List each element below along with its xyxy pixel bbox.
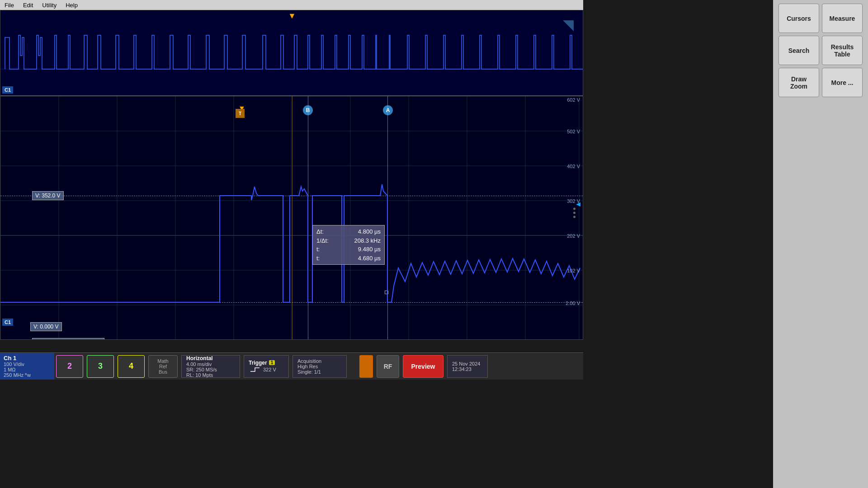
horizontal-title: Horizontal	[186, 355, 235, 361]
rf-button[interactable]: RF	[377, 355, 399, 378]
y-label-602: 602 V	[567, 97, 580, 103]
trigger-title: Trigger	[249, 360, 267, 366]
scope-dots	[573, 208, 576, 218]
date-display: 25 Nov 2024	[452, 361, 483, 366]
y-label-402: 402 V	[567, 164, 580, 169]
ch1-detail1: 100 V/div	[4, 361, 51, 367]
cursor-a-marker[interactable]: A	[383, 105, 393, 115]
horizontal-panel: Horizontal 4.00 ms/div SR: 250 MS/s RL: …	[181, 355, 240, 378]
acquisition-title: Acquisition	[297, 358, 342, 364]
t1-value: 9.480 µs	[358, 245, 381, 254]
cursor-b-vline	[308, 96, 308, 339]
cursor-a-vline	[387, 96, 388, 339]
inv-delta-t-label: 1/Δt:	[316, 236, 329, 245]
delta-t-label: Δt:	[316, 227, 324, 236]
cursor-measurement-box: Δt: 4.800 µs 1/Δt: 208.3 kHz t: 9.480 µs…	[312, 225, 385, 265]
acquisition-detail1: High Res	[297, 364, 342, 369]
scope-area: ▼ C1 Horizontal Zoom Scale: 4.00 µs/div …	[0, 10, 583, 340]
math-ref-bus-button[interactable]: Math Ref Bus	[148, 355, 178, 378]
color-indicator	[359, 355, 373, 378]
trigger-panel: Trigger 1 322 V	[244, 355, 289, 378]
draw-zoom-button[interactable]: Draw Zoom	[778, 68, 819, 97]
acquisition-detail2: Single: 1/1	[297, 369, 342, 375]
y-label-2v: 2.00 V	[566, 300, 580, 306]
t2-value: 4.680 µs	[358, 254, 381, 263]
menu-edit[interactable]: Edit	[23, 2, 33, 9]
grid-svg	[0, 96, 583, 339]
overview-waveform	[0, 10, 583, 95]
ch1-info-panel: Ch 1 100 V/div 1 MΩ 250 MHz ᴿw	[0, 353, 54, 380]
trigger-num: 1	[269, 360, 275, 365]
search-button[interactable]: Search	[778, 36, 819, 65]
datetime-panel: 25 Nov 2024 12:34:23	[447, 355, 488, 378]
cursors-button[interactable]: Cursors	[778, 4, 819, 33]
more-button[interactable]: More ...	[822, 68, 863, 97]
trigger-slope-icon	[249, 366, 261, 373]
zoom-area: ▼ T B A 602 V 502 V 402 V 302 V 202 V 10…	[0, 96, 583, 339]
y-label-202: 202 V	[567, 233, 580, 239]
bottom-bar: Ch 1 100 V/div 1 MΩ 250 MHz ᴿw 2 3 4 Mat…	[0, 352, 583, 380]
cursor-a-square	[385, 291, 388, 294]
dv-value: ΔV: 352.0 V	[35, 339, 101, 340]
time-display: 12:34:23	[452, 366, 483, 372]
results-table-button[interactable]: Results Table	[822, 36, 863, 65]
ch1-zoom-label: C1	[2, 319, 13, 326]
ch1-detail3: 250 MHz ᴿw	[4, 372, 51, 378]
t2-label: t:	[316, 254, 320, 263]
right-sidebar: Cursors Measure Search Results Table Dra…	[773, 0, 868, 488]
horizontal-detail1: 4.00 ms/div	[186, 361, 235, 367]
menu-help[interactable]: Help	[66, 2, 78, 9]
dv-readout: ΔV: 352.0 V ΔV/Δt:	[32, 338, 104, 340]
trigger-voltage: 322 V	[263, 367, 276, 372]
dashed-hline-top	[0, 196, 583, 196]
preview-button[interactable]: Preview	[403, 355, 443, 378]
acquisition-panel: Acquisition High Res Single: 1/1	[292, 355, 347, 378]
delta-t-value: 4.800 µs	[358, 227, 381, 236]
overview-strip: ▼ C1	[0, 10, 583, 96]
v-readout-bottom: V: 0.000 V	[30, 322, 62, 331]
ch3-button[interactable]: 3	[87, 355, 114, 378]
menu-bar: File Edit Utility Help	[0, 0, 583, 10]
zoom-waveform	[0, 96, 583, 339]
menu-file[interactable]: File	[5, 2, 14, 9]
y-label-502: 502 V	[567, 129, 580, 134]
dashed-hline-bottom	[0, 302, 583, 303]
ch1-title: Ch 1	[4, 355, 51, 361]
menu-utility[interactable]: Utility	[42, 2, 57, 9]
inv-delta-t-value: 208.3 kHz	[354, 236, 381, 245]
horizontal-detail3: RL: 10 Mpts	[186, 372, 235, 378]
trigger-t-box: T	[236, 109, 245, 118]
horizontal-detail2: SR: 250 MS/s	[186, 367, 235, 372]
ch2-button[interactable]: 2	[56, 355, 83, 378]
v-readout-top: V: 352.0 V	[32, 191, 64, 200]
measure-button[interactable]: Measure	[822, 4, 863, 33]
ch4-button[interactable]: 4	[118, 355, 145, 378]
trigger-center-vline	[292, 96, 292, 339]
ch1-detail2: 1 MΩ	[4, 367, 51, 372]
right-arrow-icon: ◄	[575, 200, 582, 208]
y-label-102: 102 V	[567, 268, 580, 273]
t1-label: t:	[316, 245, 320, 254]
